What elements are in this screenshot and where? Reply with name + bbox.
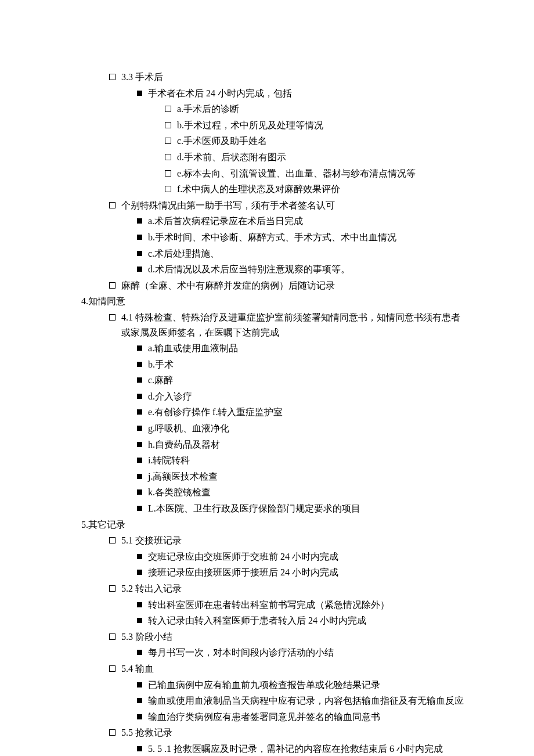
document-line: 4.知情同意	[81, 294, 464, 309]
document-line: a.输血或使用血液制品	[81, 341, 464, 356]
square-bullet-icon	[137, 506, 142, 511]
square-bullet-icon	[137, 345, 142, 351]
line-text: 交班记录应由交班医师于交班前 24 小时内完成	[148, 549, 464, 564]
document-line: L.本医院、卫生行政及医疗保险部门规定要求的项目	[81, 501, 464, 516]
checkbox-bullet-icon	[165, 154, 171, 160]
line-text: i.转院转科	[148, 453, 464, 468]
square-bullet-icon	[137, 650, 142, 655]
document-line: 转出科室医师在患者转出科室前书写完成（紧急情况除外）	[81, 597, 464, 613]
square-bullet-icon	[137, 570, 142, 575]
line-text: 3.3 手术后	[121, 70, 464, 85]
line-text: d.介入诊疗	[148, 389, 464, 404]
checkbox-bullet-icon	[109, 729, 116, 736]
line-text: j.高额医技术检查	[148, 469, 464, 484]
document-line: 手术者在术后 24 小时内完成，包括	[81, 86, 464, 101]
line-text: d.手术前、后状态附有图示	[177, 150, 464, 165]
square-bullet-icon	[137, 394, 142, 399]
line-text: 输血或使用血液制品当天病程中应有记录，内容包括输血指征及有无输血反应	[148, 693, 464, 708]
checkbox-bullet-icon	[109, 537, 116, 543]
document-line: 5.5 抢救记录	[81, 725, 464, 740]
line-text: c.术后处理措施、	[148, 246, 464, 261]
document-line: 转入记录由转入科室医师于患者转入后 24 小时内完成	[81, 613, 464, 628]
document-line: 麻醉（全麻、术中有麻醉并发症的病例）后随访记录	[81, 278, 464, 293]
document-line: e.有创诊疗操作 f.转入重症监护室	[81, 405, 464, 420]
document-line: e.标本去向、引流管设置、出血量、器材与纱布清点情况等	[81, 166, 464, 181]
line-text: 4.1 特殊检查、特殊治疗及进重症监护室前须签署知情同意书，知情同意书须有患者或…	[121, 310, 464, 340]
document-line: 5.3 阶段小结	[81, 629, 464, 645]
checkbox-bullet-icon	[109, 202, 116, 208]
square-bullet-icon	[137, 746, 142, 751]
line-text: 接班记录应由接班医师于接班后 24 小时内完成	[148, 565, 464, 580]
document-line: 5.其它记录	[81, 517, 464, 532]
checkbox-bullet-icon	[109, 633, 116, 640]
square-bullet-icon	[137, 267, 142, 272]
document-line: c.麻醉	[81, 373, 464, 388]
document-line: d.介入诊疗	[81, 389, 464, 404]
line-text: a.输血或使用血液制品	[148, 341, 464, 356]
line-text: b.手术过程，术中所见及处理等情况	[177, 118, 464, 133]
square-bullet-icon	[137, 426, 142, 431]
checkbox-bullet-icon	[109, 282, 116, 289]
document-line: g.呼吸机、血液净化	[81, 421, 464, 436]
document-line: d.手术前、后状态附有图示	[81, 150, 464, 165]
square-bullet-icon	[137, 698, 142, 703]
square-bullet-icon	[137, 235, 142, 240]
line-text: g.呼吸机、血液净化	[148, 421, 464, 436]
document-line: 个别特殊情况由第一助手书写，须有手术者签名认可	[81, 198, 464, 213]
document-line: 4.1 特殊检查、特殊治疗及进重症监护室前须签署知情同意书，知情同意书须有患者或…	[81, 310, 464, 340]
square-bullet-icon	[137, 218, 142, 224]
line-text: b.手术	[148, 357, 464, 372]
line-text: 5.2 转出入记录	[121, 581, 464, 596]
line-text: a.术后首次病程记录应在术后当日完成	[148, 214, 464, 229]
checkbox-bullet-icon	[109, 665, 116, 672]
line-text: 转入记录由转入科室医师于患者转入后 24 小时内完成	[148, 613, 464, 628]
square-bullet-icon	[137, 251, 142, 256]
line-text: e.标本去向、引流管设置、出血量、器材与纱布清点情况等	[177, 166, 464, 181]
document-line: 输血或使用血液制品当天病程中应有记录，内容包括输血指征及有无输血反应	[81, 693, 464, 708]
document-line: 3.3 手术后	[81, 70, 464, 85]
square-bullet-icon	[137, 91, 142, 96]
square-bullet-icon	[137, 489, 142, 495]
line-text: f.术中病人的生理状态及对麻醉效果评价	[177, 182, 464, 197]
document-line: 5.2 转出入记录	[81, 581, 464, 596]
document-line: k.各类腔镜检查	[81, 485, 464, 500]
square-bullet-icon	[137, 618, 142, 623]
document-line: 交班记录应由交班医师于交班前 24 小时内完成	[81, 549, 464, 564]
document-line: c.手术医师及助手姓名	[81, 134, 464, 149]
line-text: a.手术后的诊断	[177, 102, 464, 117]
checkbox-bullet-icon	[165, 170, 171, 177]
document-line: 接班记录应由接班医师于接班后 24 小时内完成	[81, 565, 464, 580]
document-line: a.术后首次病程记录应在术后当日完成	[81, 214, 464, 229]
checkbox-bullet-icon	[165, 122, 171, 128]
line-text: L.本医院、卫生行政及医疗保险部门规定要求的项目	[148, 501, 464, 516]
line-text: k.各类腔镜检查	[148, 485, 464, 500]
line-text: 已输血病例中应有输血前九项检查报告单或化验结果记录	[148, 678, 464, 693]
line-text: d.术后情况以及术后应当特别注意观察的事项等。	[148, 262, 464, 277]
document-line: a.手术后的诊断	[81, 102, 464, 117]
line-text: h.自费药品及器材	[148, 437, 464, 452]
line-text: 5.4 输血	[121, 661, 464, 676]
line-text: 转出科室医师在患者转出科室前书写完成（紧急情况除外）	[148, 597, 464, 613]
checkbox-bullet-icon	[109, 314, 116, 321]
line-text: 输血治疗类病例应有患者签署同意见并签名的输血同意书	[148, 710, 464, 725]
line-text: 5.5 抢救记录	[121, 725, 464, 740]
square-bullet-icon	[137, 409, 142, 415]
line-text: b.手术时间、术中诊断、麻醉方式、手术方式、术中出血情况	[148, 230, 464, 245]
checkbox-bullet-icon	[165, 138, 171, 144]
line-text: 5.3 阶段小结	[121, 629, 464, 645]
document-line: 5. 5 .1 抢救医嘱应及时记录，需补记的内容应在抢救结束后 6 小时内完成	[81, 741, 464, 756]
document-line: i.转院转科	[81, 453, 464, 468]
line-text: 4.知情同意	[81, 294, 464, 309]
square-bullet-icon	[137, 458, 142, 463]
document-line: 每月书写一次，对本时间段内诊疗活动的小结	[81, 645, 464, 660]
document-line: h.自费药品及器材	[81, 437, 464, 452]
square-bullet-icon	[137, 442, 142, 447]
square-bullet-icon	[137, 682, 142, 687]
document-line: f.术中病人的生理状态及对麻醉效果评价	[81, 182, 464, 197]
line-text: 个别特殊情况由第一助手书写，须有手术者签名认可	[121, 198, 464, 213]
checkbox-bullet-icon	[109, 585, 116, 592]
square-bullet-icon	[137, 377, 142, 383]
document-line: b.手术过程，术中所见及处理等情况	[81, 118, 464, 133]
square-bullet-icon	[137, 362, 142, 367]
line-text: 5.1 交接班记录	[121, 533, 464, 548]
